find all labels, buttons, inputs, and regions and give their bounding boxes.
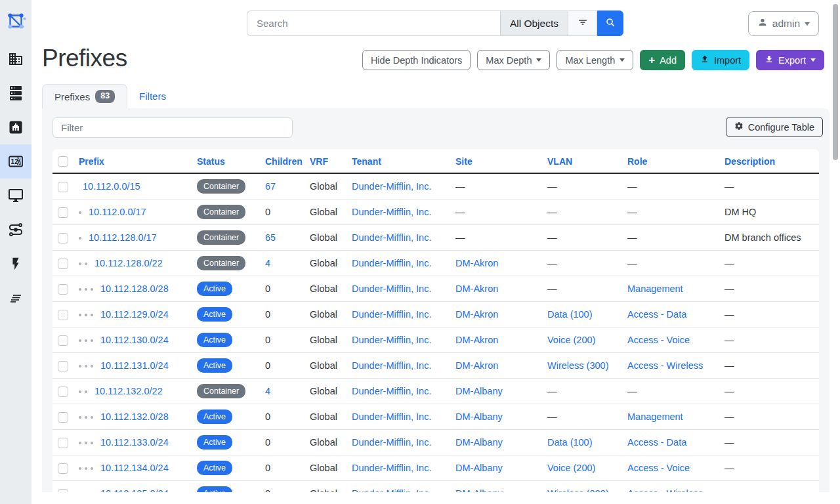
tenant-link[interactable]: Dunder-Mifflin, Inc.: [352, 488, 431, 492]
import-button[interactable]: Import: [692, 50, 749, 70]
row-checkbox[interactable]: [58, 233, 68, 243]
row-checkbox[interactable]: [58, 284, 68, 295]
site-link[interactable]: DM-Akron: [455, 335, 498, 345]
max-depth-dropdown[interactable]: Max Depth: [477, 50, 550, 70]
column-header-vlan[interactable]: VLAN: [547, 156, 572, 167]
role-link[interactable]: Access - Voice: [627, 463, 690, 473]
site-link[interactable]: DM-Albany: [455, 488, 503, 492]
site-link[interactable]: DM-Akron: [455, 258, 498, 268]
page-scrollbar[interactable]: [833, 4, 838, 160]
sidebar-item-connections[interactable]: [0, 110, 32, 144]
tenant-link[interactable]: Dunder-Mifflin, Inc.: [352, 360, 431, 371]
vlan-link[interactable]: Wireless (300): [547, 360, 608, 371]
tab-filters[interactable]: Filters: [127, 84, 178, 108]
sidebar-item-power[interactable]: [0, 247, 32, 281]
search-submit-button[interactable]: [597, 10, 623, 36]
export-dropdown[interactable]: Export: [756, 50, 824, 70]
column-header-prefix[interactable]: Prefix: [79, 156, 104, 167]
search-input[interactable]: [247, 10, 500, 36]
site-link[interactable]: DM-Albany: [455, 386, 503, 396]
children-link[interactable]: 67: [265, 181, 276, 192]
prefix-link[interactable]: 10.112.128.0/28: [100, 284, 169, 294]
site-link[interactable]: DM-Akron: [455, 360, 498, 371]
tenant-link[interactable]: Dunder-Mifflin, Inc.: [352, 232, 431, 243]
netbox-logo-icon[interactable]: [0, 0, 32, 42]
row-checkbox[interactable]: [58, 463, 68, 474]
prefix-link[interactable]: 10.112.133.0/24: [100, 437, 169, 448]
children-link[interactable]: 4: [265, 258, 270, 268]
hide-depth-indicators-button[interactable]: Hide Depth Indicators: [362, 50, 471, 70]
prefix-link[interactable]: 10.112.128.0/22: [94, 258, 163, 268]
configure-table-button[interactable]: Configure Table: [726, 117, 823, 137]
row-checkbox[interactable]: [58, 259, 68, 269]
tenant-link[interactable]: Dunder-Mifflin, Inc.: [352, 386, 431, 396]
prefix-link[interactable]: 10.112.0.0/17: [89, 207, 146, 217]
children-link[interactable]: 4: [265, 386, 270, 396]
prefix-link[interactable]: 10.112.131.0/24: [100, 360, 169, 371]
role-link[interactable]: Management: [627, 411, 683, 422]
row-checkbox[interactable]: [58, 489, 68, 492]
prefix-link[interactable]: 10.112.132.0/22: [94, 386, 163, 396]
role-link[interactable]: Management: [627, 284, 683, 294]
tenant-link[interactable]: Dunder-Mifflin, Inc.: [352, 258, 431, 268]
row-checkbox[interactable]: [58, 412, 68, 423]
column-header-vrf[interactable]: VRF: [310, 156, 328, 167]
search-filter-button[interactable]: [568, 10, 597, 36]
vlan-link[interactable]: Data (100): [547, 437, 593, 448]
add-button[interactable]: + Add: [640, 50, 685, 70]
sidebar-item-organization[interactable]: [0, 42, 32, 76]
select-all-checkbox[interactable]: [58, 156, 68, 167]
tenant-link[interactable]: Dunder-Mifflin, Inc.: [352, 284, 431, 294]
row-checkbox[interactable]: [58, 361, 68, 371]
column-header-tenant[interactable]: Tenant: [352, 156, 381, 167]
prefix-link[interactable]: 10.112.128.0/17: [89, 232, 157, 243]
column-header-site[interactable]: Site: [455, 156, 472, 167]
sidebar-item-circuits[interactable]: [0, 213, 32, 247]
prefix-link[interactable]: 10.112.130.0/24: [100, 335, 169, 345]
role-link[interactable]: Access - Data: [627, 437, 686, 448]
prefix-link[interactable]: 10.112.129.0/24: [100, 309, 169, 320]
site-link[interactable]: DM-Akron: [455, 309, 498, 320]
sidebar-item-virtualization[interactable]: [0, 178, 32, 213]
role-link[interactable]: Access - Voice: [627, 335, 690, 345]
table-filter-input[interactable]: [52, 117, 293, 138]
search-scope-dropdown[interactable]: All Objects: [500, 10, 568, 36]
row-checkbox[interactable]: [58, 438, 68, 448]
vlan-link[interactable]: Voice (200): [547, 463, 595, 473]
site-link[interactable]: DM-Albany: [455, 463, 503, 473]
site-link[interactable]: DM-Akron: [455, 284, 498, 294]
row-checkbox[interactable]: [58, 335, 68, 346]
vlan-link[interactable]: Data (100): [547, 309, 593, 320]
role-link[interactable]: Access - Data: [627, 309, 686, 320]
prefix-link[interactable]: 10.112.0.0/15: [83, 181, 140, 192]
sidebar-item-ipam[interactable]: 12 2 3: [0, 144, 32, 178]
row-checkbox[interactable]: [58, 310, 68, 320]
site-link[interactable]: DM-Albany: [455, 437, 503, 448]
row-checkbox[interactable]: [58, 207, 68, 218]
max-length-dropdown[interactable]: Max Length: [556, 50, 633, 70]
prefix-link[interactable]: 10.112.132.0/28: [100, 411, 169, 422]
children-link[interactable]: 65: [265, 232, 276, 243]
vlan-link[interactable]: Wireless (300): [547, 488, 608, 492]
tab-prefixes[interactable]: Prefixes 83: [42, 84, 127, 108]
tenant-link[interactable]: Dunder-Mifflin, Inc.: [352, 207, 431, 217]
tenant-link[interactable]: Dunder-Mifflin, Inc.: [352, 437, 431, 448]
role-link[interactable]: Access - Wireless: [627, 360, 703, 371]
tenant-link[interactable]: Dunder-Mifflin, Inc.: [352, 309, 431, 320]
prefix-link[interactable]: 10.112.134.0/24: [100, 463, 169, 473]
column-header-description[interactable]: Description: [724, 156, 775, 167]
column-header-children[interactable]: Children: [265, 156, 303, 167]
sidebar-item-devices[interactable]: [0, 76, 32, 110]
column-header-status[interactable]: Status: [197, 156, 225, 167]
tenant-link[interactable]: Dunder-Mifflin, Inc.: [352, 463, 431, 473]
row-checkbox[interactable]: [58, 182, 68, 192]
tenant-link[interactable]: Dunder-Mifflin, Inc.: [352, 335, 431, 345]
vlan-link[interactable]: Voice (200): [547, 335, 595, 345]
role-link[interactable]: Access - Wireless: [627, 488, 703, 492]
sidebar-item-provisioning[interactable]: [0, 281, 32, 315]
tenant-link[interactable]: Dunder-Mifflin, Inc.: [352, 411, 431, 422]
column-header-role[interactable]: Role: [627, 156, 647, 167]
prefix-link[interactable]: 10.112.135.0/24: [100, 488, 169, 492]
tenant-link[interactable]: Dunder-Mifflin, Inc.: [352, 181, 431, 192]
row-checkbox[interactable]: [58, 387, 68, 397]
